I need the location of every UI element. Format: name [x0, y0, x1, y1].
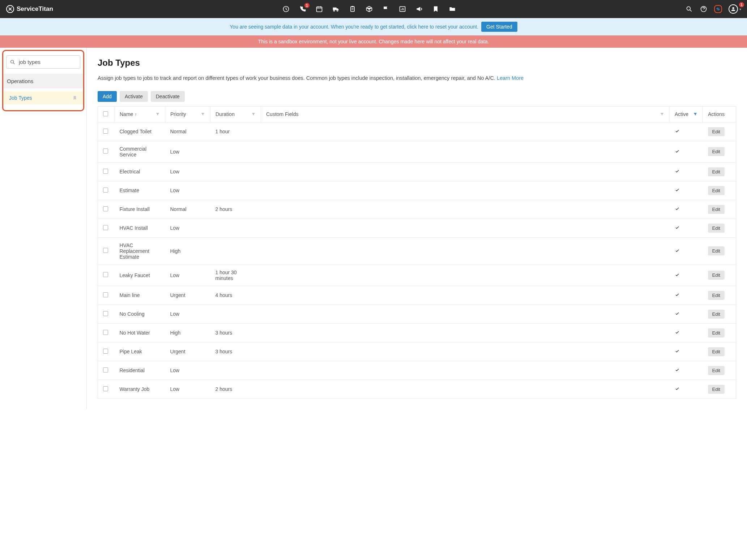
cell-active: [670, 323, 703, 342]
cell-name: Warranty Job: [115, 380, 165, 399]
row-checkbox[interactable]: [103, 349, 108, 354]
row-checkbox[interactable]: [103, 386, 108, 391]
chart-icon[interactable]: [398, 5, 406, 13]
col-header-active[interactable]: Active: [670, 106, 703, 122]
calendar-icon[interactable]: [315, 5, 323, 13]
table-row: Electrical Low Edit: [98, 162, 736, 181]
phone-icon[interactable]: 1: [299, 5, 307, 13]
sandbox-warning-banner: This is a sandbox environment, not your …: [0, 35, 747, 48]
svg-point-10: [732, 7, 734, 9]
table-row: Fixture Install Normal 2 hours Edit: [98, 200, 736, 219]
clock-icon[interactable]: [282, 5, 290, 13]
settings-gear-icon[interactable]: [714, 5, 722, 13]
edit-button[interactable]: Edit: [708, 328, 725, 337]
svg-point-3: [333, 10, 334, 11]
row-checkbox[interactable]: [103, 148, 108, 154]
folder-icon[interactable]: [448, 5, 456, 13]
row-checkbox[interactable]: [103, 292, 108, 297]
edit-button[interactable]: Edit: [708, 291, 725, 300]
edit-button[interactable]: Edit: [708, 147, 725, 156]
filter-icon[interactable]: [155, 112, 160, 116]
edit-button[interactable]: Edit: [708, 205, 725, 214]
row-checkbox[interactable]: [103, 188, 108, 193]
row-checkbox[interactable]: [103, 129, 108, 134]
row-checkbox[interactable]: [103, 330, 108, 335]
cell-name: No Cooling: [115, 305, 165, 323]
row-checkbox[interactable]: [103, 367, 108, 372]
get-started-button[interactable]: Get Started: [481, 22, 517, 32]
row-checkbox[interactable]: [103, 206, 108, 211]
table-row: HVAC Install Low Edit: [98, 219, 736, 237]
col-header-name[interactable]: Name↑: [115, 106, 165, 122]
cell-duration: 2 hours: [210, 200, 261, 219]
svg-point-11: [11, 60, 14, 63]
cell-name: Main line: [115, 286, 165, 305]
help-icon[interactable]: [700, 5, 708, 13]
truck-icon[interactable]: [332, 5, 340, 13]
table-row: Residential Low Edit: [98, 361, 736, 380]
cell-active: [670, 141, 703, 162]
clipboard-icon[interactable]: [349, 5, 357, 13]
activate-button[interactable]: Activate: [120, 91, 148, 102]
settings-sidebar: Operations Job Types: [0, 48, 87, 409]
row-checkbox[interactable]: [103, 272, 108, 277]
edit-button[interactable]: Edit: [708, 385, 725, 394]
table-row: Commercial Service Low Edit: [98, 141, 736, 162]
cell-custom: [261, 237, 670, 264]
edit-button[interactable]: Edit: [708, 347, 725, 356]
avatar-badge: 1: [739, 2, 744, 7]
cell-active: [670, 361, 703, 380]
learn-more-link[interactable]: Learn More: [497, 75, 524, 81]
row-checkbox[interactable]: [103, 248, 108, 253]
table-row: Estimate Low Edit: [98, 181, 736, 200]
brand-logo[interactable]: ServiceTitan: [6, 5, 53, 13]
edit-button[interactable]: Edit: [708, 167, 725, 176]
bookmark-nav-icon[interactable]: [432, 5, 440, 13]
cell-active: [670, 286, 703, 305]
box-icon[interactable]: [365, 5, 373, 13]
edit-button[interactable]: Edit: [708, 127, 725, 136]
cell-priority: Low: [165, 181, 210, 200]
col-header-duration[interactable]: Duration: [210, 106, 261, 122]
cell-name: HVAC Replacement Estimate: [115, 237, 165, 264]
sort-asc-icon: ↑: [135, 112, 137, 117]
col-header-priority[interactable]: Priority: [165, 106, 210, 122]
cell-priority: Low: [165, 264, 210, 286]
user-avatar[interactable]: 1 ▾: [729, 4, 741, 14]
cell-custom: [261, 122, 670, 141]
sidebar-item-job-types[interactable]: Job Types: [3, 91, 83, 104]
row-checkbox[interactable]: [103, 169, 108, 174]
filter-active-icon[interactable]: [693, 112, 697, 116]
check-icon: [675, 188, 680, 192]
cell-duration: 3 hours: [210, 342, 261, 361]
search-icon[interactable]: [685, 5, 693, 13]
cell-active: [670, 162, 703, 181]
svg-rect-5: [351, 7, 354, 11]
flag-icon[interactable]: [382, 5, 390, 13]
cell-active: [670, 380, 703, 399]
megaphone-icon[interactable]: [415, 5, 423, 13]
filter-icon[interactable]: [201, 112, 205, 116]
job-types-table: Name↑ Priority Duration Custom Fields Ac…: [98, 106, 736, 399]
row-checkbox[interactable]: [103, 225, 108, 230]
add-button[interactable]: Add: [98, 91, 117, 102]
svg-point-8: [687, 7, 690, 10]
edit-button[interactable]: Edit: [708, 246, 725, 255]
filter-icon[interactable]: [251, 112, 256, 116]
row-checkbox[interactable]: [103, 311, 108, 316]
select-all-checkbox[interactable]: [103, 111, 108, 116]
edit-button[interactable]: Edit: [708, 186, 725, 195]
edit-button[interactable]: Edit: [708, 310, 725, 319]
col-header-custom-fields[interactable]: Custom Fields: [261, 106, 670, 122]
deactivate-button[interactable]: Deactivate: [151, 91, 185, 102]
table-row: Main line Urgent 4 hours Edit: [98, 286, 736, 305]
sidebar-search-input[interactable]: [6, 55, 80, 69]
edit-button[interactable]: Edit: [708, 366, 725, 375]
edit-button[interactable]: Edit: [708, 271, 725, 280]
check-icon: [675, 387, 680, 391]
bookmark-icon[interactable]: [72, 95, 77, 101]
sidebar-section-operations: Operations: [3, 74, 83, 89]
cell-active: [670, 200, 703, 219]
filter-icon[interactable]: [660, 112, 664, 116]
edit-button[interactable]: Edit: [708, 224, 725, 233]
